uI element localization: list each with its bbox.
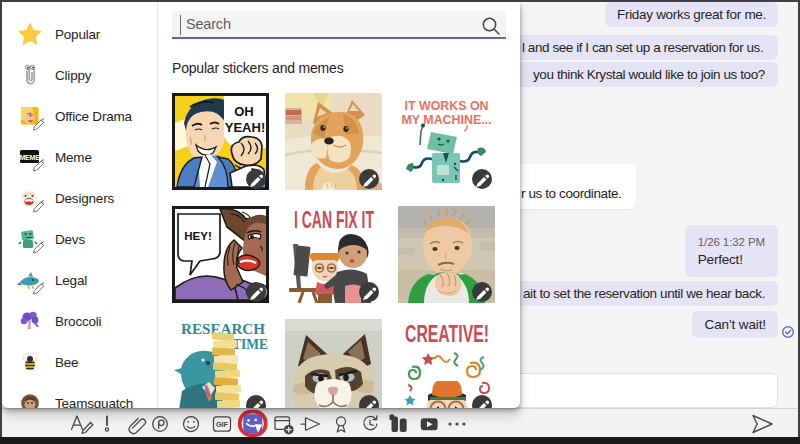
svg-text:TIME: TIME xyxy=(232,336,268,352)
svg-text:I CAN FIX IT: I CAN FIX IT xyxy=(294,207,374,234)
svg-text:OH: OH xyxy=(234,104,254,119)
svg-text:MY MACHINE...: MY MACHINE... xyxy=(402,113,492,127)
svg-text:GIF: GIF xyxy=(216,420,229,429)
svg-text:HEY!: HEY! xyxy=(184,230,211,242)
svg-text:YEAH!: YEAH! xyxy=(225,120,265,135)
svg-text:IT WORKS ON: IT WORKS ON xyxy=(405,99,489,113)
svg-text:MEME: MEME xyxy=(19,154,40,161)
svg-text:CREATIVE!: CREATIVE! xyxy=(405,321,489,347)
